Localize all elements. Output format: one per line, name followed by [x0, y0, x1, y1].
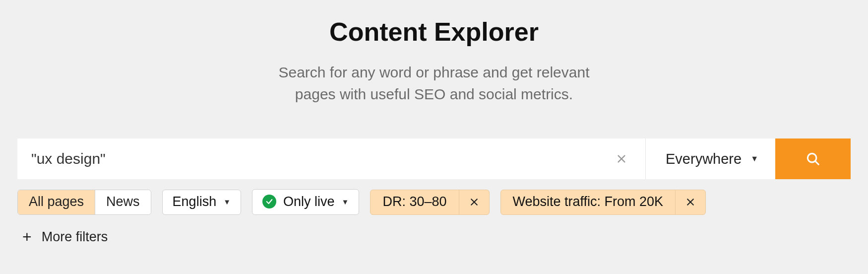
only-live-label: Only live: [283, 195, 335, 208]
page-title: Content Explorer: [17, 17, 851, 47]
search-bar: Everywhere ▼: [17, 138, 851, 179]
caret-down-icon: ▼: [342, 198, 349, 206]
filter-chip-label[interactable]: Website traffic: From 20K: [501, 190, 676, 214]
only-live-filter[interactable]: Only live ▼: [252, 189, 359, 215]
more-filters-label: More filters: [42, 229, 108, 245]
scope-select[interactable]: Everywhere ▼: [645, 138, 775, 179]
more-filters-button[interactable]: + More filters: [17, 229, 851, 245]
segment-all-pages[interactable]: All pages: [18, 190, 95, 214]
subtitle-line: Search for any word or phrase and get re…: [278, 64, 589, 80]
subtitle-line: pages with useful SEO and social metrics…: [295, 86, 573, 102]
segment-news[interactable]: News: [95, 190, 151, 214]
language-filter[interactable]: English ▼: [162, 190, 241, 215]
search-button[interactable]: [775, 138, 851, 179]
page-type-segment: All pages News: [17, 190, 151, 215]
scope-selected-label: Everywhere: [666, 151, 742, 167]
filter-chip-remove[interactable]: [459, 190, 489, 214]
close-icon: [685, 197, 695, 207]
filter-chip-traffic: Website traffic: From 20K: [500, 190, 706, 215]
filter-chip-dr: DR: 30–80: [370, 190, 489, 215]
search-icon: [806, 151, 820, 166]
caret-down-icon: ▼: [750, 154, 758, 163]
caret-down-icon: ▼: [223, 198, 231, 206]
language-label: English: [173, 195, 217, 208]
checkmark-circle-icon: [262, 195, 276, 208]
filters-row: All pages News English ▼ Only live ▼ DR:…: [17, 189, 851, 215]
search-input-wrap: [17, 138, 645, 179]
search-input[interactable]: [31, 150, 612, 167]
close-icon: [616, 153, 627, 164]
filter-chip-label[interactable]: DR: 30–80: [371, 190, 458, 214]
svg-line-3: [815, 161, 819, 165]
plus-icon: +: [22, 229, 32, 245]
filter-chip-remove[interactable]: [675, 190, 705, 214]
page-subtitle: Search for any word or phrase and get re…: [17, 62, 851, 105]
close-icon: [469, 197, 479, 207]
clear-search-button[interactable]: [612, 149, 631, 169]
